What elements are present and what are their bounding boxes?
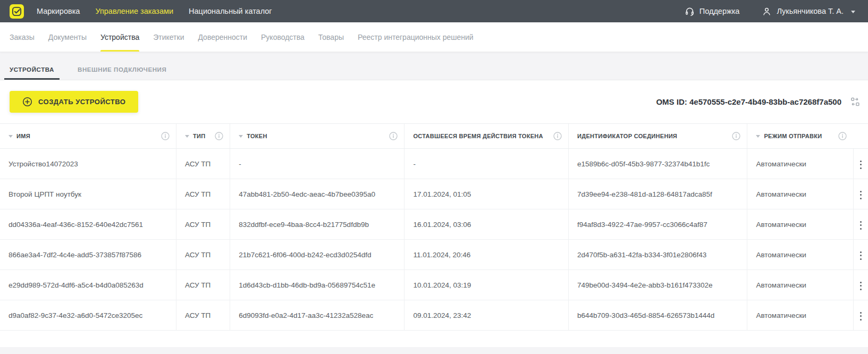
main-tab[interactable]: Доверенности	[198, 22, 247, 52]
oms-id-block: OMS ID: 4e570555-c2e7-4b49-83bb-ac7268f7…	[656, 96, 861, 107]
cell-token-expiry: 11.01.2024, 20:46	[404, 240, 569, 270]
toolbar: СОЗДАТЬ УСТРОЙСТВО OMS ID: 4e570555-c2e7…	[0, 80, 868, 123]
chevron-down-icon	[851, 11, 855, 13]
sub-tab[interactable]: ВНЕШНИЕ ПОДКЛЮЧЕНИЯ	[72, 66, 172, 80]
sub-tabs: УСТРОЙСТВА ВНЕШНИЕ ПОДКЛЮЧЕНИЯ	[4, 66, 864, 80]
brand-logo[interactable]	[10, 4, 24, 19]
topbar-nav-item[interactable]: Маркировка	[37, 7, 80, 15]
devices-table: ИМЯ	[0, 123, 868, 331]
cell-name: Устройство14072023	[0, 149, 176, 179]
row-menu-button[interactable]	[857, 248, 865, 263]
column-label: ТОКЕН	[247, 133, 267, 139]
cell-token-expiry: 17.01.2024, 01:05	[404, 179, 569, 209]
topbar-nav: Маркировка Управление заказами Националь…	[37, 7, 272, 15]
sub-tab[interactable]: УСТРОЙСТВА	[4, 66, 60, 80]
content-card: СОЗДАТЬ УСТРОЙСТВО OMS ID: 4e570555-c2e7…	[0, 80, 868, 347]
table-row: d9a0af82-9c37-4e32-a6d0-5472ce3205ec АСУ…	[0, 300, 868, 331]
cell-name: d9a0af82-9c37-4e32-a6d0-5472ce3205ec	[0, 300, 176, 331]
main-tab[interactable]: Устройства	[100, 22, 139, 52]
topbar-nav-item[interactable]: Управление заказами	[95, 7, 173, 15]
cell-token: 47abb481-2b50-4edc-aeac-4b7bee0395a0	[230, 179, 404, 209]
column-header: ИМЯ	[0, 124, 176, 149]
cell-token-expiry: 10.01.2024, 03:19	[404, 270, 569, 300]
cell-token-expiry: 16.01.2024, 03:06	[404, 209, 569, 240]
column-label: ОСТАВШЕЕСЯ ВРЕМЯ ДЕЙСТВИЯ ТОКЕНА	[413, 133, 543, 139]
create-device-button[interactable]: СОЗДАТЬ УСТРОЙСТВО	[10, 91, 138, 113]
cell-token: 1d6d43cb-d1bb-46db-bd9a-05689754c51e	[230, 270, 404, 300]
cell-token: -	[230, 149, 404, 179]
row-menu-button[interactable]	[857, 188, 865, 203]
main-tab[interactable]: Руководства	[261, 22, 305, 52]
plus-circle-icon	[22, 97, 32, 107]
filter-triangle-icon[interactable]	[185, 135, 189, 138]
table-row: 866ae3a4-7df2-4c4e-add5-373857f87586 АСУ…	[0, 240, 868, 270]
cell-type: АСУ ТП	[176, 179, 230, 209]
sub-tabs-band: УСТРОЙСТВА ВНЕШНИЕ ПОДКЛЮЧЕНИЯ	[0, 52, 868, 80]
main-tab[interactable]: Документы	[48, 22, 87, 52]
cell-token: 6d9093fd-e0a2-4d17-aa3c-41232a528eac	[230, 300, 404, 331]
cell-name: e29dd989-572d-4df6-a5c4-b4d0a085263d	[0, 270, 176, 300]
filter-triangle-icon[interactable]	[9, 135, 13, 138]
cell-send-mode: Автоматически	[747, 149, 853, 179]
user-icon	[762, 6, 772, 16]
support-button[interactable]: Поддержка	[685, 6, 740, 16]
main-tab[interactable]: Этикетки	[153, 22, 184, 52]
row-menu-button[interactable]	[857, 157, 865, 172]
info-icon[interactable]	[728, 132, 740, 140]
cell-send-mode: Автоматически	[747, 209, 853, 240]
cell-name: 866ae3a4-7df2-4c4e-add5-373857f87586	[0, 240, 176, 270]
main-tab[interactable]: Товары	[318, 22, 344, 52]
cell-token-expiry: -	[404, 149, 569, 179]
cell-type: АСУ ТП	[176, 209, 230, 240]
support-label: Поддержка	[700, 7, 740, 15]
topbar: Маркировка Управление заказами Националь…	[0, 0, 868, 22]
topbar-nav-item[interactable]: Национальный каталог	[189, 7, 272, 15]
filter-triangle-icon[interactable]	[239, 135, 243, 138]
column-header-actions	[853, 124, 868, 149]
user-name: Лукьянчикова Т. А.	[777, 7, 844, 15]
main-tab[interactable]: Заказы	[10, 22, 35, 52]
column-label: ИМЯ	[16, 133, 30, 139]
filter-triangle-icon[interactable]	[756, 135, 760, 138]
row-menu-button[interactable]	[857, 309, 865, 324]
info-icon[interactable]	[157, 132, 170, 140]
table-row: Устройство14072023 АСУ ТП - - e1589b6c-d…	[0, 149, 868, 179]
column-header: ТИП	[176, 124, 230, 149]
table-row: dd04336a-4eaf-436c-8152-640e42dc7561 АСУ…	[0, 209, 868, 240]
cell-name: Второй ЦРПТ ноутбук	[0, 179, 176, 209]
column-label: РЕЖИМ ОТПРАВКИ	[764, 133, 822, 139]
cell-send-mode: Автоматически	[747, 240, 853, 270]
cell-connection-id: f94af8d3-4922-47ae-9957-cc3066c4af87	[569, 209, 747, 240]
column-header: ОСТАВШЕЕСЯ ВРЕМЯ ДЕЙСТВИЯ ТОКЕНА	[404, 124, 569, 149]
column-header: РЕЖИМ ОТПРАВКИ	[747, 124, 853, 149]
cell-connection-id: e1589b6c-d05f-45b3-9877-32374b41b1fc	[569, 149, 747, 179]
chestny-znak-logo-icon	[12, 6, 22, 16]
create-device-label: СОЗДАТЬ УСТРОЙСТВО	[38, 98, 125, 106]
main-tabs: Заказы Документы Устройства Этикетки Дов…	[0, 22, 868, 52]
info-icon[interactable]	[210, 132, 223, 140]
row-menu-button[interactable]	[857, 279, 865, 293]
integration-nodes-icon[interactable]	[849, 96, 861, 107]
table-header: ИМЯ	[0, 124, 868, 149]
row-menu-button[interactable]	[857, 218, 865, 233]
table-row: e29dd989-572d-4df6-a5c4-b4d0a085263d АСУ…	[0, 270, 868, 300]
cell-type: АСУ ТП	[176, 270, 230, 300]
cell-connection-id: 7d39ee94-e238-481d-a128-64817adca85f	[569, 179, 747, 209]
info-icon[interactable]	[385, 132, 398, 140]
cell-send-mode: Автоматически	[747, 270, 853, 300]
main-tab[interactable]: Реестр интеграционных решений	[358, 22, 474, 52]
cell-send-mode: Автоматически	[747, 300, 853, 331]
cell-connection-id: b644b709-30d3-465d-8854-626573b1444d	[569, 300, 747, 331]
column-label: ТИП	[193, 133, 205, 139]
user-menu[interactable]: Лукьянчикова Т. А.	[762, 6, 855, 16]
info-icon[interactable]	[549, 132, 562, 140]
cell-name: dd04336a-4eaf-436c-8152-640e42dc7561	[0, 209, 176, 240]
cell-type: АСУ ТП	[176, 300, 230, 331]
column-label: ИДЕНТИФИКАТОР СОЕДИНЕНИЯ	[577, 133, 677, 139]
cell-type: АСУ ТП	[176, 240, 230, 270]
table-row: Второй ЦРПТ ноутбук АСУ ТП 47abb481-2b50…	[0, 179, 868, 209]
info-icon[interactable]	[834, 132, 847, 140]
cell-token-expiry: 09.01.2024, 23:42	[404, 300, 569, 331]
headset-icon	[685, 6, 695, 16]
cell-token: 832ddfbf-ece9-4baa-8cc4-b21775dfdb9b	[230, 209, 404, 240]
